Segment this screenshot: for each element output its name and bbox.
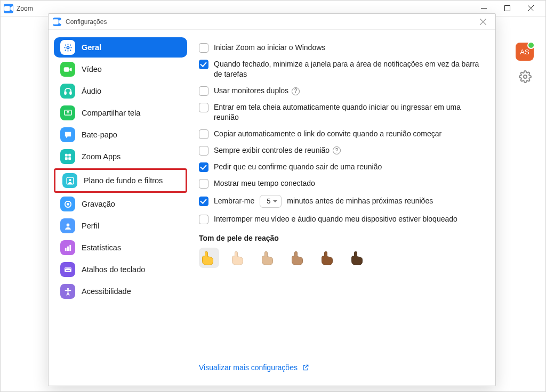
skin-tone-option-light[interactable] [229,248,249,268]
sidebar-item-zoom-apps[interactable]: Zoom Apps [54,146,187,167]
avatar[interactable]: AS [516,43,534,61]
svg-rect-23 [66,268,67,268]
option-stop-av-when-locked[interactable]: Interromper meu vídeo e áudio quando meu… [199,211,480,227]
checkbox[interactable] [199,129,208,139]
option-confirm-leave[interactable]: Pedir que eu confirme quando sair de uma… [199,159,480,175]
sidebar-item-accessibility[interactable]: Acessibilidade [54,281,187,301]
option-label: Quando fechado, minimize a janela para a… [214,59,480,79]
svg-rect-5 [63,67,69,72]
option-label: Copiar automaticamente o link do convite… [214,129,441,139]
option-show-connected-time[interactable]: Mostrar meu tempo conectado [199,175,480,192]
svg-point-16 [67,203,69,206]
sidebar-item-background-filters[interactable]: Plano de fundo e filtros [56,170,185,191]
sidebar-item-recording[interactable]: Gravação [54,194,187,214]
maximize-button[interactable] [495,1,519,17]
svg-point-4 [67,46,69,48]
share-screen-icon [60,105,75,120]
sidebar-item-keyboard-shortcuts[interactable]: Atalhos do teclado [54,259,187,280]
gear-icon [60,40,75,55]
sidebar-item-label: Áudio [82,87,101,95]
checkbox[interactable] [199,43,208,53]
skin-tone-heading: Tom de pele de reação [199,234,480,242]
svg-rect-27 [66,270,69,271]
checkbox[interactable] [199,103,208,112]
skin-tone-option-medium-light[interactable] [259,248,279,268]
svg-rect-21 [65,267,71,272]
checkbox[interactable] [199,179,208,189]
settings-sidebar: Geral Vídeo Áudio Compartilhar tela Bate… [49,30,192,386]
skin-tone-option-dark[interactable] [348,248,368,268]
option-label: Usar monitores duplos? [214,86,300,96]
option-minimize-to-tray[interactable]: Quando fechado, minimize a janela para a… [199,56,480,83]
sidebar-item-label: Zoom Apps [82,152,121,161]
option-start-with-windows[interactable]: Iniciar Zoom ao iniciar o Windows [199,39,480,56]
option-remind-me[interactable]: Lembrar-me 5 minutos antes de minhas pró… [199,192,480,211]
avatar-initials: AS [520,48,529,56]
settings-dialog: Configurações Geral Vídeo Áudio [48,13,496,386]
option-label: Mostrar meu tempo conectado [214,178,315,189]
zoom-logo-icon [53,18,61,26]
remind-minutes-select[interactable]: 5 [260,195,282,208]
sidebar-item-video[interactable]: Vídeo [54,59,187,79]
svg-rect-1 [504,6,510,11]
svg-rect-3 [53,19,59,24]
svg-rect-22 [65,268,66,268]
skin-tone-option-medium-dark[interactable] [318,248,339,268]
keyboard-icon [60,262,75,277]
sidebar-item-label: Plano de fundo e filtros [84,176,163,185]
apps-icon [60,149,75,164]
svg-point-2 [524,75,527,78]
svg-rect-6 [65,92,66,94]
option-always-show-controls[interactable]: Sempre exibir controles de reunião? [199,142,480,159]
settings-gear-icon[interactable] [519,70,532,83]
view-more-settings-link[interactable]: Visualizar mais configurações [199,356,480,379]
profile-icon [60,218,75,233]
option-fullscreen-on-start[interactable]: Entrar em tela cheia automaticamente qua… [199,99,480,126]
svg-rect-12 [68,157,71,160]
skin-tone-option-default[interactable] [199,248,219,268]
settings-content: Iniciar Zoom ao iniciar o Windows Quando… [192,30,495,386]
checkbox[interactable] [199,197,208,206]
sidebar-item-label: Acessibilidade [82,287,131,296]
sidebar-item-label: Atalhos do teclado [82,265,145,274]
record-icon [60,197,75,211]
sidebar-item-label: Gravação [82,200,115,208]
sidebar-item-label: Vídeo [82,65,102,74]
highlight-annotation: Plano de fundo e filtros [54,168,187,193]
help-icon[interactable]: ? [333,146,341,154]
svg-point-28 [67,288,69,290]
option-label: Sempre exibir controles de reunião? [214,145,341,156]
option-auto-copy-invite[interactable]: Copiar automaticamente o link do convite… [199,126,480,142]
svg-rect-25 [68,268,69,268]
svg-point-14 [69,178,71,181]
stats-icon [60,240,75,255]
background-icon [62,173,77,188]
sidebar-item-chat[interactable]: Bate-papo [54,125,187,145]
external-link-icon [302,364,309,371]
svg-rect-10 [68,153,71,156]
checkbox[interactable] [199,215,208,224]
dialog-titlebar: Configurações [49,14,495,30]
checkbox[interactable] [199,146,208,156]
checkbox[interactable] [199,86,208,96]
help-icon[interactable]: ? [292,87,300,95]
dialog-close-button[interactable] [475,14,491,30]
option-label: Pedir que eu confirme quando sair de uma… [214,162,382,172]
zoom-logo-icon [4,4,13,13]
video-icon [60,62,75,77]
checkbox[interactable] [199,60,208,69]
sidebar-item-audio[interactable]: Áudio [54,81,187,101]
dialog-title: Configurações [66,18,107,26]
footer-link-label: Visualizar mais configurações [199,363,298,372]
sidebar-item-statistics[interactable]: Estatísticas [54,238,187,258]
skin-tone-option-medium[interactable] [288,248,309,268]
checkbox[interactable] [199,162,208,172]
sidebar-item-share-screen[interactable]: Compartilhar tela [54,103,187,123]
sidebar-item-general[interactable]: Geral [54,37,187,58]
sidebar-item-label: Estatísticas [82,243,121,252]
sidebar-item-profile[interactable]: Perfil [54,216,187,236]
sidebar-item-label: Geral [82,43,101,52]
svg-point-17 [66,223,69,226]
option-dual-monitors[interactable]: Usar monitores duplos? [199,83,480,99]
close-button[interactable] [519,1,542,17]
